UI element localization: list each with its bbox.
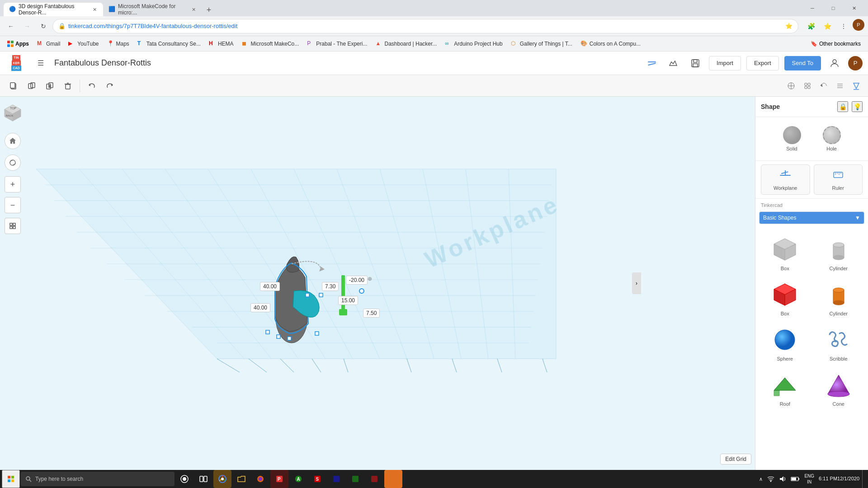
forward-button[interactable]: →: [20, 19, 34, 33]
tab-makecode[interactable]: 🟦 Microsoft MakeCode for micro:... ✕: [103, 3, 203, 16]
svg-rect-0: [648, 61, 656, 62]
tinkercad-logo[interactable]: TIN KER CAD: [5, 52, 27, 74]
systray-network[interactable]: [765, 470, 776, 488]
ruler-tool-button[interactable]: Ruler: [814, 164, 863, 195]
svg-rect-76: [288, 337, 291, 340]
systray-battery[interactable]: [789, 470, 802, 488]
zoom-in-button[interactable]: +: [5, 176, 21, 192]
systray-volume[interactable]: [777, 470, 788, 488]
systray-language[interactable]: ENG IN: [802, 470, 816, 488]
view-button[interactable]: [801, 80, 814, 92]
bookmark-arduino[interactable]: ∞ Arduino Project Hub: [441, 38, 506, 49]
panel-toggle[interactable]: ›: [632, 272, 641, 294]
grid-toggle-button[interactable]: [785, 80, 797, 92]
bookmark-maps[interactable]: 📍 Maps: [104, 38, 133, 49]
taskbar-explorer[interactable]: [232, 470, 250, 488]
rotate-view-button[interactable]: [817, 80, 830, 92]
bookmark-youtube[interactable]: ▶ YouTube: [65, 38, 102, 49]
shape-panel-title: Shape: [761, 103, 780, 110]
edit-grid-button[interactable]: Edit Grid: [720, 454, 751, 465]
shape-item-cylinder-orange[interactable]: Cylinder: [813, 277, 865, 320]
profile-avatar[interactable]: P: [853, 19, 864, 31]
tab-close-2[interactable]: ✕: [191, 6, 197, 13]
system-clock[interactable]: 6:11 PM 12/1/2020: [817, 470, 861, 488]
bookmarks-button[interactable]: ⭐: [820, 19, 835, 33]
roof-icon: [770, 371, 799, 399]
new-tab-button[interactable]: +: [203, 4, 215, 16]
taskbar-firefox[interactable]: [251, 470, 269, 488]
redo-button[interactable]: [102, 78, 118, 94]
user-avatar[interactable]: P: [848, 56, 863, 70]
taskbar-app7[interactable]: S: [308, 470, 326, 488]
taskbar-task-view[interactable]: [194, 470, 212, 488]
hamburger-menu[interactable]: ☰: [33, 55, 49, 71]
extensions-button[interactable]: 🧩: [804, 19, 818, 33]
orbit-button[interactable]: [5, 155, 21, 171]
apps-bookmark[interactable]: Apps: [4, 39, 33, 49]
user-profile-btn[interactable]: [826, 55, 843, 71]
bookmark-hema[interactable]: H HEMA: [205, 38, 237, 49]
duplicate-button[interactable]: [42, 78, 58, 94]
home-view-button[interactable]: [5, 133, 21, 149]
panel-lock-icon[interactable]: 🔒: [837, 101, 848, 112]
bookmark-colors[interactable]: 🎨 Colors on A Compu...: [577, 38, 644, 49]
hole-type-item[interactable]: Hole: [816, 122, 848, 155]
export-button[interactable]: Export: [746, 56, 779, 70]
copy2-button[interactable]: [24, 78, 40, 94]
start-button[interactable]: [2, 470, 20, 488]
shape-item-box-gray[interactable]: Box: [759, 231, 811, 275]
shape-item-cylinder-gray[interactable]: Cylinder: [813, 231, 865, 275]
canvas-area[interactable]: Workplane: [0, 97, 755, 470]
minimize-button[interactable]: ─: [802, 1, 823, 15]
other-bookmarks[interactable]: 🔖 Other bookmarks: [807, 39, 864, 49]
shape-item-cone[interactable]: Cone: [813, 367, 865, 410]
back-button[interactable]: ←: [4, 19, 18, 33]
shape-item-box-red[interactable]: Box: [759, 277, 811, 320]
shape-item-roof[interactable]: Roof: [759, 367, 811, 410]
show-desktop-button[interactable]: [862, 470, 866, 488]
settings-button[interactable]: ⋮: [836, 19, 851, 33]
tab-3d-design[interactable]: 🔵 3D design Fantabulous Densor-R... ✕: [4, 3, 103, 16]
basic-shapes-dropdown[interactable]: Basic Shapes ▼: [759, 211, 864, 224]
taskbar-search[interactable]: Type here to search: [21, 472, 175, 486]
bookmark-gallery[interactable]: ⬡ Gallery of Things | T...: [507, 38, 576, 49]
header-workplane-btn[interactable]: [644, 55, 660, 71]
copy-button[interactable]: [5, 78, 22, 94]
taskbar-app9[interactable]: [346, 470, 364, 488]
maximize-button[interactable]: □: [823, 1, 844, 15]
address-bar[interactable]: 🔒 tinkercad.com/things/7p7T7BIde4V-fanta…: [52, 19, 798, 33]
shape-item-sphere-blue[interactable]: Sphere: [759, 322, 811, 365]
send-to-button[interactable]: Send To: [784, 56, 821, 70]
workplane-tool-button[interactable]: Workplane: [761, 164, 810, 195]
flip-button[interactable]: [850, 80, 863, 92]
taskbar-app10[interactable]: [365, 470, 383, 488]
tab-close-1[interactable]: ✕: [92, 6, 98, 13]
delete-button[interactable]: [60, 78, 76, 94]
close-window-button[interactable]: ✕: [844, 1, 864, 15]
import-button[interactable]: Import: [709, 56, 741, 70]
bookmark-makecode[interactable]: ◼ Microsoft MakeCo...: [238, 38, 303, 49]
bookmark-prabal[interactable]: P Prabal - The Experi...: [303, 38, 371, 49]
reload-button[interactable]: ↻: [36, 19, 51, 33]
taskbar-app6[interactable]: A: [289, 470, 307, 488]
svg-text:P: P: [278, 477, 281, 482]
view-cube[interactable]: TOP BACK: [0, 100, 25, 126]
panel-bulb-icon[interactable]: 💡: [852, 101, 863, 112]
taskbar-app11[interactable]: [384, 470, 402, 488]
bookmark-dashboard[interactable]: ▲ Dashboard | Hacker...: [372, 38, 440, 49]
shape-item-scribble[interactable]: Scribble: [813, 322, 865, 365]
taskbar-chrome[interactable]: [213, 470, 231, 488]
header-save-btn[interactable]: [687, 55, 703, 71]
zoom-out-button[interactable]: −: [5, 197, 21, 213]
taskbar-app8[interactable]: [327, 470, 345, 488]
taskbar-app5[interactable]: P: [270, 470, 288, 488]
bookmark-tcs[interactable]: T Tata Consultancy Se...: [134, 38, 204, 49]
align-button[interactable]: [834, 80, 846, 92]
bookmark-gmail[interactable]: M Gmail: [33, 38, 64, 49]
header-build-btn[interactable]: [665, 55, 682, 71]
systray-up-arrow[interactable]: ∧: [757, 470, 764, 488]
fit-view-button[interactable]: [5, 218, 21, 234]
taskbar-cortana[interactable]: [175, 470, 193, 488]
solid-type-item[interactable]: Solid: [776, 122, 808, 155]
undo-button[interactable]: [84, 78, 100, 94]
